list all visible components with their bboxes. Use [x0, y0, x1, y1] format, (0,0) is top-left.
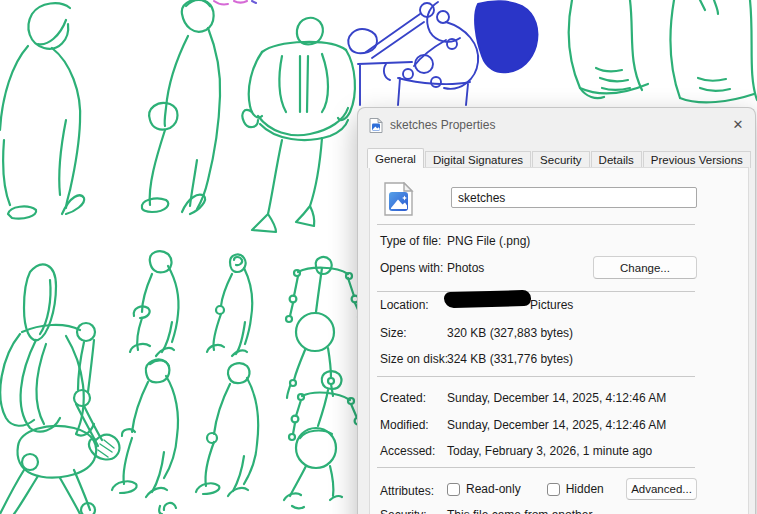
attributes-label: Attributes:	[380, 484, 434, 498]
modified-label: Modified:	[380, 418, 429, 432]
created-value: Sunday, December 14, 2025, 4:12:46 AM	[447, 391, 666, 405]
pink-stray-marks	[214, 1, 256, 4]
tab-details[interactable]: Details	[591, 151, 642, 168]
opens-with-value: Photos	[447, 261, 484, 275]
location-redaction-scribble	[444, 290, 531, 308]
security-label: Security:	[380, 508, 427, 514]
tab-previous-versions[interactable]: Previous Versions	[643, 151, 751, 168]
readonly-label: Read-only	[466, 482, 521, 496]
size-value: 320 KB (327,883 bytes)	[447, 326, 573, 340]
png-file-icon	[382, 182, 415, 216]
size-on-disk-label: Size on disk:	[380, 352, 448, 366]
accessed-label: Accessed:	[380, 444, 435, 458]
hidden-checkbox[interactable]	[547, 483, 560, 496]
properties-dialog: sketches Properties ✕ General Digital Si…	[357, 107, 756, 514]
blue-figure-sketch	[348, 1, 537, 105]
separator	[377, 224, 695, 225]
opens-with-label: Opens with:	[380, 261, 443, 275]
size-label: Size:	[380, 326, 407, 340]
general-tab-page: Type of file: PNG File (.png) Opens with…	[369, 167, 749, 514]
separator	[377, 467, 695, 468]
advanced-button[interactable]: Advanced...	[626, 478, 697, 500]
readonly-checkbox[interactable]	[447, 483, 460, 496]
image-file-icon-small	[369, 118, 383, 133]
hidden-label: Hidden	[566, 482, 604, 496]
size-on-disk-value: 324 KB (331,776 bytes)	[447, 352, 573, 366]
tab-digital-signatures[interactable]: Digital Signatures	[425, 151, 531, 168]
tab-bar: General Digital Signatures Security Deta…	[367, 148, 752, 168]
created-label: Created:	[380, 391, 426, 405]
desktop-screen: sketches Properties ✕ General Digital Si…	[0, 0, 757, 514]
separator	[377, 376, 695, 377]
titlebar: sketches Properties ✕	[358, 108, 755, 148]
tab-general[interactable]: General	[367, 148, 424, 168]
location-label: Location:	[380, 298, 429, 312]
type-of-file-value: PNG File (.png)	[447, 234, 530, 248]
location-value: Pictures	[530, 298, 573, 312]
separator	[377, 291, 695, 292]
modified-value: Sunday, December 14, 2025, 4:12:46 AM	[447, 418, 666, 432]
attributes-row: Read-only Hidden	[447, 482, 604, 496]
accessed-value: Today, February 3, 2026, 1 minute ago	[447, 444, 652, 458]
window-title: sketches Properties	[390, 118, 495, 132]
filename-input[interactable]	[451, 187, 697, 208]
security-value: This file came from another	[447, 508, 592, 514]
close-icon[interactable]: ✕	[727, 114, 749, 134]
tab-security[interactable]: Security	[532, 151, 590, 168]
change-button[interactable]: Change...	[593, 256, 697, 279]
type-of-file-label: Type of file:	[380, 234, 441, 248]
